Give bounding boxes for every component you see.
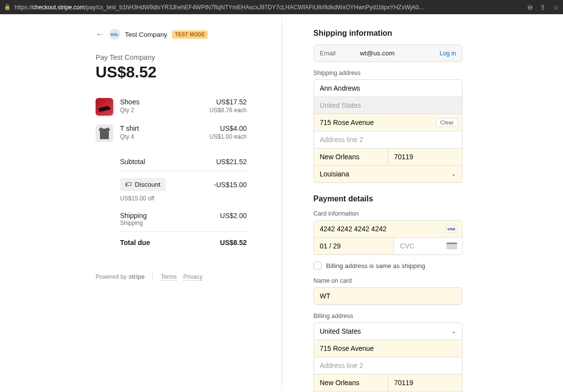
shipping-addr1-input[interactable] xyxy=(314,114,436,131)
name-on-card-input[interactable] xyxy=(314,288,463,304)
total-amount: US$8.52 xyxy=(96,63,247,81)
terms-link[interactable]: Terms xyxy=(161,273,177,281)
billing-zip-input[interactable] xyxy=(388,374,462,391)
back-arrow-icon[interactable]: ← xyxy=(96,29,104,40)
zoom-icon[interactable]: ⊖ xyxy=(527,3,533,11)
share-icon[interactable]: ⇪ xyxy=(540,3,546,11)
shipping-label: Shipping xyxy=(120,212,147,220)
tag-icon: 🏷 xyxy=(125,181,132,188)
product-name: T shirt xyxy=(120,124,139,132)
pay-merchant-label: Pay Test Company xyxy=(96,53,247,61)
same-as-shipping-label: Billing address is same as shipping xyxy=(326,262,425,270)
line-item: T shirt Qty 4 US$4.00 US$1.00 each xyxy=(96,124,247,142)
line-price: US$4.00 xyxy=(209,124,246,132)
line-item: Shoes Qty 2 US$17.52 US$8.76 each xyxy=(96,98,247,116)
shipping-country-disabled: United States xyxy=(314,97,463,114)
product-image-tshirt xyxy=(96,124,113,142)
visa-icon: VISA xyxy=(445,225,457,233)
merchant-logo: XOL xyxy=(109,29,120,40)
shipping-address-label: Shipping address xyxy=(314,70,463,76)
star-icon[interactable]: ☆ xyxy=(553,3,559,11)
footer: Powered by stripe Terms Privacy xyxy=(96,273,247,281)
billing-city-input[interactable] xyxy=(314,374,389,391)
shipping-state-select[interactable] xyxy=(314,166,463,182)
stripe-logo: stripe xyxy=(128,273,145,280)
shipping-method: Shipping xyxy=(120,220,147,226)
billing-addr2-input[interactable] xyxy=(314,357,463,374)
subtotal-value: US$21.52 xyxy=(216,158,246,166)
clear-address-button[interactable]: Clear xyxy=(436,118,458,127)
shipping-row: Shipping Shipping US$2.00 xyxy=(120,208,247,231)
billing-address-group: ⌄ ⌄ xyxy=(314,322,463,392)
email-group: Email wt@us.com Log in xyxy=(314,45,463,62)
url-host: checkout.stripe.com xyxy=(32,4,85,11)
unit-price: US$1.00 each xyxy=(209,133,246,140)
browser-address-bar: 🔒 https://checkout.stripe.com/pay/cs_tes… xyxy=(0,0,563,14)
email-label: Email xyxy=(320,49,360,57)
name-on-card-label: Name on card xyxy=(314,277,463,284)
shipping-zip-input[interactable] xyxy=(388,148,462,165)
url-path: /pay/cs_test_b1hH3HdW9dlsYR3JhehEF4WPtN7… xyxy=(85,4,424,11)
discount-value: -US$15.00 xyxy=(214,181,247,189)
discount-label: Discount xyxy=(135,181,161,188)
login-link[interactable]: Log in xyxy=(440,50,456,57)
total-due-label: Total due xyxy=(120,239,150,246)
product-qty: Qty 2 xyxy=(120,107,140,114)
privacy-link[interactable]: Privacy xyxy=(183,273,202,281)
total-due-value: US$8.52 xyxy=(220,239,246,246)
total-due-row: Total due US$8.52 xyxy=(120,232,247,253)
powered-by-label: Powered by xyxy=(96,273,126,280)
footer-divider xyxy=(152,273,153,281)
cvc-icon xyxy=(446,243,457,249)
subtotal-row: Subtotal US$21.52 xyxy=(96,153,247,171)
discount-sublabel: US$15.00 off xyxy=(120,193,247,208)
billing-address-label: Billing address xyxy=(314,313,463,319)
test-mode-badge: TEST MODE xyxy=(172,30,208,39)
name-on-card-group xyxy=(314,287,463,305)
merchant-name: Test Company xyxy=(125,31,167,38)
billing-country-select[interactable] xyxy=(314,323,463,340)
card-expiry-input[interactable] xyxy=(314,238,394,254)
product-qty: Qty 4 xyxy=(120,133,139,140)
lock-icon: 🔒 xyxy=(4,4,11,10)
email-value: wt@us.com xyxy=(360,49,440,57)
subtotal-label: Subtotal xyxy=(120,158,145,166)
shipping-address-group: United States Clear ⌄ xyxy=(314,79,463,183)
payment-details-title: Payment details xyxy=(314,195,463,203)
discount-row: 🏷 Discount -US$15.00 xyxy=(120,171,247,193)
discount-chip[interactable]: 🏷 Discount xyxy=(120,178,166,191)
same-as-shipping-row[interactable]: Billing address is same as shipping xyxy=(314,262,463,270)
product-name: Shoes xyxy=(120,98,140,106)
card-input-group: VISA xyxy=(314,220,463,255)
shipping-info-title: Shipping information xyxy=(314,29,463,38)
shipping-value: US$2.00 xyxy=(220,212,246,226)
billing-addr1-input[interactable] xyxy=(314,340,463,357)
line-price: US$17.52 xyxy=(209,98,246,106)
product-image-shoes xyxy=(96,98,113,116)
url: https://checkout.stripe.com/pay/cs_test_… xyxy=(15,4,523,11)
same-as-shipping-checkbox[interactable] xyxy=(314,262,321,270)
unit-price: US$8.76 each xyxy=(209,107,246,114)
shipping-addr2-input[interactable] xyxy=(314,131,463,148)
card-info-label: Card information xyxy=(314,210,463,217)
merchant-header: ← XOL Test Company TEST MODE xyxy=(96,29,247,40)
shipping-city-input[interactable] xyxy=(314,148,389,165)
card-number-input[interactable] xyxy=(314,220,463,237)
shipping-name-input[interactable] xyxy=(314,80,463,97)
